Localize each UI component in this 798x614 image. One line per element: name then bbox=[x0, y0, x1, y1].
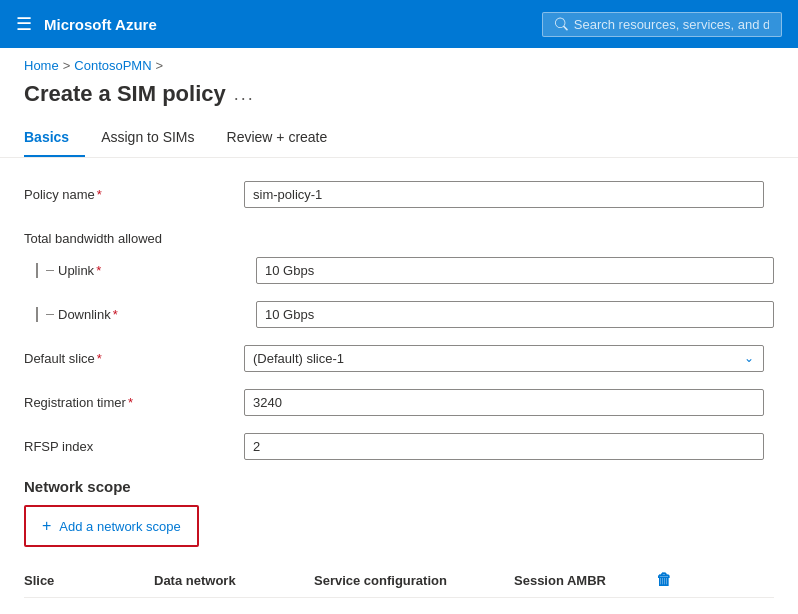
breadcrumb: Home > ContosoPMN > bbox=[0, 48, 798, 77]
col-header-session-ambr: Session AMBR bbox=[514, 573, 644, 588]
policy-name-required: * bbox=[97, 187, 102, 202]
uplink-label: Uplink* bbox=[36, 263, 256, 278]
delete-icon[interactable]: 🗑 bbox=[656, 571, 672, 588]
registration-timer-row: Registration timer* bbox=[24, 386, 774, 418]
uplink-input[interactable] bbox=[256, 257, 774, 284]
network-scope-table-header: Slice Data network Service configuration… bbox=[24, 563, 774, 598]
rfsp-index-input[interactable] bbox=[244, 433, 764, 460]
search-icon bbox=[555, 17, 568, 31]
breadcrumb-sep1: > bbox=[63, 58, 71, 73]
downlink-row: Downlink* bbox=[24, 298, 774, 330]
breadcrumb-sep2: > bbox=[156, 58, 164, 73]
downlink-input[interactable] bbox=[256, 301, 774, 328]
app-title: Microsoft Azure bbox=[44, 16, 530, 33]
default-slice-row: Default slice* (Default) slice-1 ⌄ bbox=[24, 342, 774, 374]
default-slice-label: Default slice* bbox=[24, 351, 244, 366]
network-scope-section-header: Network scope bbox=[24, 478, 774, 495]
col-header-slice: Slice bbox=[24, 573, 154, 588]
tabs-container: Basics Assign to SIMs Review + create bbox=[0, 119, 798, 158]
plus-icon: + bbox=[42, 517, 51, 535]
tab-review-create[interactable]: Review + create bbox=[227, 119, 344, 157]
downlink-label: Downlink* bbox=[36, 307, 256, 322]
breadcrumb-home[interactable]: Home bbox=[24, 58, 59, 73]
topbar: ☰ Microsoft Azure bbox=[0, 0, 798, 48]
add-network-scope-label: Add a network scope bbox=[59, 519, 180, 534]
add-network-scope-button[interactable]: + Add a network scope bbox=[24, 505, 199, 547]
default-slice-select-wrapper: (Default) slice-1 ⌄ bbox=[244, 345, 764, 372]
search-input[interactable] bbox=[574, 17, 769, 32]
col-header-service-config: Service configuration bbox=[314, 573, 514, 588]
tab-basics[interactable]: Basics bbox=[24, 119, 85, 157]
page-title-row: Create a SIM policy ... bbox=[0, 77, 798, 119]
col-header-data-network: Data network bbox=[154, 573, 314, 588]
policy-name-input[interactable] bbox=[244, 181, 764, 208]
default-slice-select[interactable]: (Default) slice-1 bbox=[244, 345, 764, 372]
bandwidth-label-row: Total bandwidth allowed bbox=[24, 222, 774, 254]
registration-timer-label: Registration timer* bbox=[24, 395, 244, 410]
policy-name-label: Policy name* bbox=[24, 187, 244, 202]
tab-assign-to-sims[interactable]: Assign to SIMs bbox=[101, 119, 210, 157]
hamburger-icon[interactable]: ☰ bbox=[16, 13, 32, 35]
page-options-button[interactable]: ... bbox=[234, 84, 255, 105]
bandwidth-label: Total bandwidth allowed bbox=[24, 231, 244, 246]
registration-timer-input[interactable] bbox=[244, 389, 764, 416]
rfsp-index-row: RFSP index bbox=[24, 430, 774, 462]
search-box[interactable] bbox=[542, 12, 782, 37]
rfsp-index-label: RFSP index bbox=[24, 439, 244, 454]
policy-name-row: Policy name* bbox=[24, 178, 774, 210]
col-header-delete: 🗑 bbox=[644, 571, 684, 589]
uplink-row: Uplink* bbox=[24, 254, 774, 286]
breadcrumb-contoso[interactable]: ContosoPMN bbox=[74, 58, 151, 73]
page-title: Create a SIM policy bbox=[24, 81, 226, 107]
content-area: Policy name* Total bandwidth allowed Upl… bbox=[0, 158, 798, 614]
